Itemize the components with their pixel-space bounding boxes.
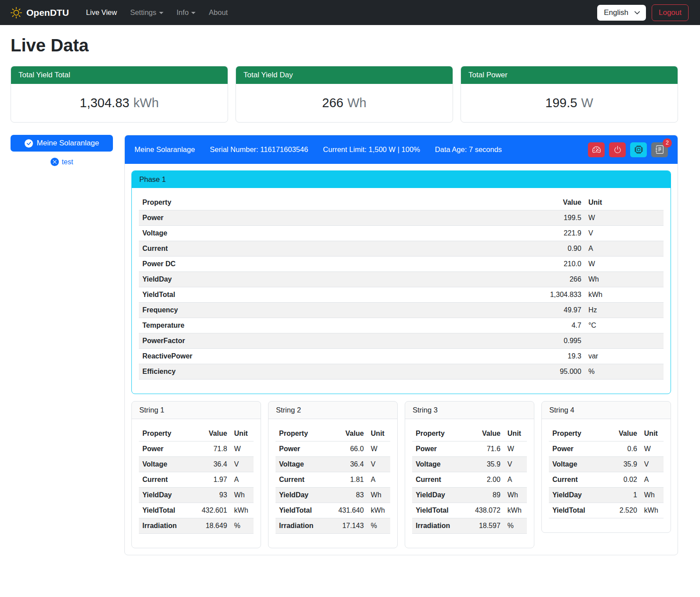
table-row: Current0.90A bbox=[139, 241, 664, 257]
table-cell: Wh bbox=[504, 488, 527, 503]
nav-item-live-view[interactable]: Live View bbox=[80, 5, 123, 20]
limit-settings-button[interactable] bbox=[588, 142, 605, 157]
column-value: Value bbox=[406, 195, 585, 210]
string-body: Property Value Unit Power0.6WVoltage35.9… bbox=[542, 419, 671, 532]
table-cell: Power DC bbox=[139, 257, 406, 272]
navbar-right: English Logout bbox=[597, 4, 689, 21]
table-cell: V bbox=[641, 457, 664, 472]
table-cell: YieldTotal bbox=[139, 287, 406, 303]
table-row: Power199.5W bbox=[139, 210, 664, 226]
logout-button[interactable]: Logout bbox=[652, 4, 689, 21]
main-content: Live Data Total Yield Total 1,304.83kWh … bbox=[0, 25, 700, 568]
column-value: Value bbox=[190, 426, 231, 441]
table-cell: 89 bbox=[464, 488, 504, 503]
table-cell: 1.97 bbox=[190, 472, 231, 488]
brand[interactable]: OpenDTU bbox=[11, 7, 69, 18]
table-cell: Irradiation bbox=[412, 518, 464, 534]
inverter-card: Meine Solaranlage Serial Number: 1161716… bbox=[124, 135, 678, 555]
nav-links: Live View Settings Info About bbox=[80, 5, 597, 20]
table-cell: 0.90 bbox=[406, 241, 585, 257]
table-row: Power66.0W bbox=[276, 441, 390, 457]
column-value: Value bbox=[464, 426, 504, 441]
string-body: Property Value Unit Power71.6WVoltage35.… bbox=[405, 419, 534, 548]
table-row: YieldTotal432.601kWh bbox=[139, 503, 254, 518]
brand-label: OpenDTU bbox=[26, 7, 69, 18]
table-cell: Voltage bbox=[139, 457, 190, 472]
string-1-table: Property Value Unit Power71.8WVoltage36.… bbox=[139, 426, 254, 534]
table-cell: W bbox=[585, 257, 664, 272]
table-cell: W bbox=[641, 441, 664, 457]
table-cell: Current bbox=[139, 241, 406, 257]
table-cell: ReactivePower bbox=[139, 349, 406, 364]
card-title: Total Power bbox=[461, 66, 678, 84]
card-unit: kWh bbox=[133, 96, 159, 110]
table-cell: 266 bbox=[406, 272, 585, 287]
sidebar-item-test[interactable]: test bbox=[11, 158, 113, 166]
column-unit: Unit bbox=[367, 426, 390, 441]
top-navbar: OpenDTU Live View Settings Info About En… bbox=[0, 0, 700, 25]
table-cell: Temperature bbox=[139, 318, 406, 333]
table-cell: 83 bbox=[327, 488, 367, 503]
nav-item-about[interactable]: About bbox=[203, 5, 233, 20]
table-cell: Voltage bbox=[549, 457, 605, 472]
table-row: Irradiation18.649% bbox=[139, 518, 254, 534]
chevron-down-icon bbox=[159, 12, 163, 14]
language-select[interactable]: English bbox=[597, 5, 646, 21]
table-row: YieldTotal431.640kWh bbox=[276, 503, 390, 518]
page-title: Live Data bbox=[11, 36, 678, 55]
table-cell: PowerFactor bbox=[139, 333, 406, 349]
power-toggle-button[interactable] bbox=[609, 142, 626, 157]
nav-item-settings-label: Settings bbox=[130, 8, 156, 16]
inverter-name: Meine Solaranlage bbox=[134, 145, 195, 154]
table-cell: kWh bbox=[367, 503, 390, 518]
table-row: ReactivePower19.3var bbox=[139, 349, 664, 364]
nav-item-info[interactable]: Info bbox=[171, 5, 202, 20]
table-cell: % bbox=[585, 364, 664, 380]
string-3-card: String 3 Property Value Unit bbox=[405, 401, 534, 548]
column-unit: Unit bbox=[231, 426, 254, 441]
table-cell bbox=[585, 333, 664, 349]
table-cell: 93 bbox=[190, 488, 231, 503]
table-cell: var bbox=[585, 349, 664, 364]
table-cell: 432.601 bbox=[190, 503, 231, 518]
table-header-row: Property Value Unit bbox=[139, 195, 664, 210]
column-value: Value bbox=[327, 426, 367, 441]
nav-item-settings[interactable]: Settings bbox=[124, 5, 169, 20]
table-cell: kWh bbox=[231, 503, 254, 518]
table-cell: Power bbox=[412, 441, 464, 457]
table-cell: 2.00 bbox=[464, 472, 504, 488]
card-value-row: 1,304.83kWh bbox=[11, 84, 228, 122]
table-cell: kWh bbox=[641, 503, 664, 518]
column-unit: Unit bbox=[504, 426, 527, 441]
card-unit: Wh bbox=[347, 96, 366, 110]
table-cell: 221.9 bbox=[406, 226, 585, 241]
table-cell: W bbox=[367, 441, 390, 457]
table-cell: YieldTotal bbox=[549, 503, 605, 518]
table-cell: 1,304.833 bbox=[406, 287, 585, 303]
table-cell: YieldDay bbox=[549, 488, 605, 503]
string-title: String 3 bbox=[405, 402, 534, 419]
table-cell: Power bbox=[276, 441, 327, 457]
table-row: Current1.81A bbox=[276, 472, 390, 488]
summary-cards-row: Total Yield Total 1,304.83kWh Total Yiel… bbox=[11, 66, 678, 123]
sidebar-item-label: test bbox=[62, 158, 73, 166]
column-unit: Unit bbox=[641, 426, 664, 441]
string-body: Property Value Unit Power66.0WVoltage36.… bbox=[268, 419, 397, 548]
table-cell: 18.597 bbox=[464, 518, 504, 534]
sidebar-item-meine-solaranlage[interactable]: Meine Solaranlage bbox=[11, 135, 113, 152]
table-header-row: Property Value Unit bbox=[139, 426, 254, 441]
string-body: Property Value Unit Power71.8WVoltage36.… bbox=[132, 419, 261, 548]
total-yield-total-card: Total Yield Total 1,304.83kWh bbox=[11, 66, 228, 123]
table-row: Power71.6W bbox=[412, 441, 527, 457]
table-cell: A bbox=[504, 472, 527, 488]
event-log-button[interactable]: 2 bbox=[651, 142, 668, 157]
journal-text-icon bbox=[656, 145, 664, 154]
table-cell: % bbox=[231, 518, 254, 534]
table-cell: YieldDay bbox=[412, 488, 464, 503]
restart-button[interactable] bbox=[630, 142, 647, 157]
table-cell: 2.520 bbox=[605, 503, 641, 518]
string-2-card: String 2 Property Value Unit bbox=[268, 401, 398, 548]
table-cell: 18.649 bbox=[190, 518, 231, 534]
table-cell: 35.9 bbox=[605, 457, 641, 472]
table-cell: 210.0 bbox=[406, 257, 585, 272]
